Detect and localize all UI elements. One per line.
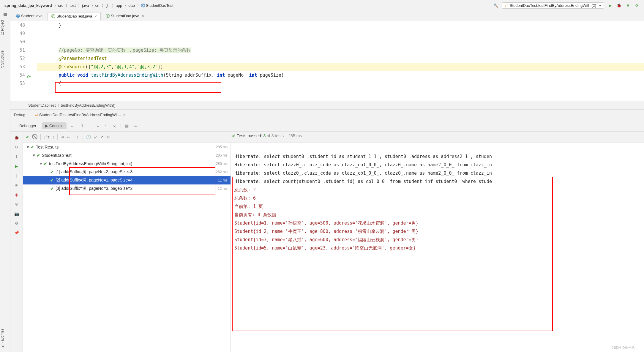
run-to-cursor-icon[interactable]: ↘| xyxy=(111,123,117,129)
tree-root[interactable]: ▼✔Test Results285 ms xyxy=(23,143,231,151)
next-icon[interactable]: ↓ xyxy=(81,135,83,139)
navigation-bar: spring_data_jpa_keyword src test java cn… xyxy=(0,0,644,11)
console-tab[interactable]: ▶Console xyxy=(42,122,67,129)
step-out-icon[interactable]: ↑ xyxy=(104,123,108,129)
pin-icon[interactable]: 📌 xyxy=(14,230,20,236)
structure-tool-button[interactable]: 7: Structure xyxy=(0,49,4,71)
project-tool-button[interactable]: 1: Project xyxy=(0,18,4,37)
gutter: 484950 51 52 53 54⟳ 55 xyxy=(10,21,28,101)
class-icon: Ⓒ xyxy=(16,13,20,19)
run-config-label: StudentDaoTest.testFindByAddressEndingWi… xyxy=(510,3,596,8)
toggle-icon[interactable]: ⤓ xyxy=(14,154,20,160)
console-line: Hibernate: select clazz0_.clazz_code as … xyxy=(234,162,492,168)
code-comment: //pageNo: 要查询哪一页的页数 ，pageSize: 每页显示的条数 xyxy=(59,48,191,53)
watermark: CSDN @蜀州凯 xyxy=(612,345,635,350)
force-step-icon[interactable]: ⇣ xyxy=(95,123,101,129)
test-class-icon: Ⓒ xyxy=(51,14,55,19)
gear-icon[interactable]: ⚙ xyxy=(106,135,110,139)
close-icon[interactable]: × xyxy=(142,14,144,18)
console-icon: ▶ xyxy=(45,124,48,128)
run-icon[interactable]: ▶ xyxy=(607,3,613,8)
breadcrumb-test[interactable]: test xyxy=(68,3,78,8)
layout-icon[interactable]: ≡ xyxy=(70,123,74,129)
evaluate-icon[interactable]: ▦ xyxy=(124,123,130,129)
tab-studentdaotest[interactable]: ⒸStudentDaoTest.java× xyxy=(48,12,101,20)
tab-student[interactable]: ⒸStudent.java xyxy=(12,12,46,20)
close-icon[interactable]: × xyxy=(94,14,97,18)
debug-icon[interactable]: 🐞 xyxy=(616,3,622,8)
resume-icon[interactable]: ▶ xyxy=(14,163,20,169)
breadcrumb-root[interactable]: spring_data_jpa_keyword xyxy=(3,3,54,8)
view-breakpoints-icon[interactable]: ◉ xyxy=(14,192,20,198)
settings-icon[interactable]: ≋ xyxy=(133,123,138,129)
breadcrumb-ljh[interactable]: ljh xyxy=(104,3,111,8)
debugger-tab[interactable]: Debugger xyxy=(16,122,39,129)
step-over-icon[interactable]: ⤵ xyxy=(80,123,85,129)
debug-side-icons: 🐞 ↻ ⤓ ▶ ∥ ■ ◉ ⊘ 📷 ⚙ 📌 xyxy=(10,132,23,352)
breadcrumb-app[interactable]: app xyxy=(114,3,124,8)
stop-icon[interactable]: ■ xyxy=(14,182,20,188)
sort-alpha-icon[interactable]: ↓ᴬᴢ xyxy=(44,135,50,139)
export2-icon[interactable]: ↗ xyxy=(100,135,103,139)
console-red-highlight xyxy=(232,177,553,331)
step-into-icon[interactable]: ↓ xyxy=(88,123,92,129)
expand-all-icon[interactable]: ⇥ xyxy=(61,135,64,139)
rerun-icon[interactable]: 🐞 xyxy=(14,135,20,141)
project-tool-icon[interactable] xyxy=(4,13,7,16)
breadcrumb-cn[interactable]: cn xyxy=(94,3,101,8)
test-status-bar: ✔ Tests passed: 3 of 3 tests – 285 ms xyxy=(232,133,302,138)
sort-duration-icon[interactable]: ↕ xyxy=(53,135,55,139)
chevron-down-icon: ▾ xyxy=(599,3,601,8)
check-icon: ✔ xyxy=(232,133,237,138)
show-ignored-icon[interactable] xyxy=(32,134,37,140)
hammer-icon[interactable]: 🔨 xyxy=(493,3,498,8)
debug-tools-row: Debugger ▶Console ≡ ⤵ ↓ ⇣ ↑ ↘| ▦ ≋ xyxy=(10,120,644,132)
pause-icon[interactable]: ∥ xyxy=(14,173,20,179)
import-icon[interactable]: ↙ xyxy=(94,135,97,139)
rerun-failed-icon[interactable]: ↻ xyxy=(14,144,20,150)
console-line: Hibernate: select student0_.student_id a… xyxy=(234,154,492,159)
breadcrumb-src[interactable]: src xyxy=(56,3,65,8)
profile-icon[interactable]: ⟳ xyxy=(634,3,640,8)
test-run-icon: ⇄ xyxy=(35,113,38,117)
breadcrumb-dao[interactable]: dao xyxy=(127,3,137,8)
console-line: Hibernate: select clazz0_.clazz_code as … xyxy=(234,171,492,176)
debug-session-tab[interactable]: ⇄StudentDaoTest.testFindByAddressEndingW… xyxy=(32,111,128,118)
tab-studentdao[interactable]: ⒾStudentDao.java× xyxy=(102,12,148,20)
settings-icon[interactable]: ⚙ xyxy=(14,220,20,226)
favorites-tool-button[interactable]: 2: Favorites xyxy=(0,327,4,349)
debug-toolwindow-header: Debug: ⇄StudentDaoTest.testFindByAddress… xyxy=(10,110,644,120)
left-tool-stripe: 1: Project 7: Structure 2: Favorites xyxy=(0,11,10,352)
run-configuration-dropdown[interactable]: ⇄ StudentDaoTest.testFindByAddressEnding… xyxy=(502,2,604,9)
mute-breakpoints-icon[interactable]: ⊘ xyxy=(14,201,20,207)
tree-class[interactable]: ▼✔StudentDaoTest285 ms xyxy=(23,151,231,160)
annotation-red-highlight xyxy=(55,82,221,93)
tree-method[interactable]: ▼✔testFindByAddressEndingWith(String, in… xyxy=(23,160,231,168)
breadcrumb-class[interactable]: ⒸStudentDaoTest xyxy=(139,2,175,9)
breadcrumb-java[interactable]: java xyxy=(80,3,91,8)
coverage-icon[interactable]: ⛨ xyxy=(625,3,631,8)
dump-icon[interactable]: 📷 xyxy=(14,211,20,217)
debug-label: Debug: xyxy=(14,113,26,117)
class-navigator[interactable]: StudentDaoTesttestFindByAddressEndingWit… xyxy=(10,101,644,110)
interface-icon: Ⓘ xyxy=(106,13,110,19)
editor-tabs: ⒸStudent.java ⒸStudentDaoTest.java× ⒾStu… xyxy=(0,11,644,21)
test-filter-strip: ✔ ↓ᴬᴢ ↕ ⇥ ⇤ ↑ ↓ 🕒 ↙ ↗ ⚙ xyxy=(23,132,644,143)
prev-icon[interactable]: ↑ xyxy=(76,135,78,139)
method-name: testFindByAddressEndingWith xyxy=(91,72,163,78)
tree-red-highlight xyxy=(69,167,215,195)
collapse-all-icon[interactable]: ⇤ xyxy=(67,135,70,139)
annotation-parameterizedtest: @ParameterizedTest xyxy=(59,56,107,61)
breadcrumb-sep xyxy=(54,3,56,8)
show-passed-icon[interactable]: ✔ xyxy=(26,135,29,139)
close-icon[interactable]: × xyxy=(123,113,125,117)
export-icon[interactable]: 🕒 xyxy=(86,135,91,139)
annotation-csvsource: @CsvSource xyxy=(59,64,85,70)
